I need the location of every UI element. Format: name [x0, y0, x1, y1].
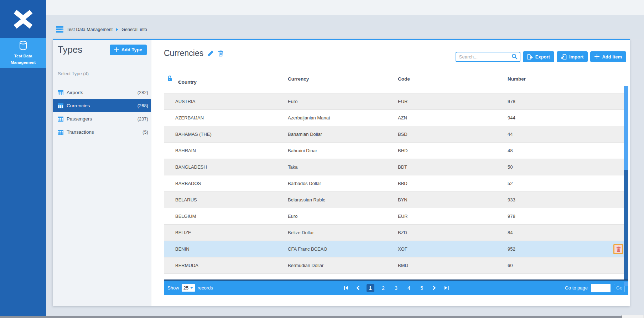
type-item-airports[interactable]: Airports (282) [53, 86, 151, 99]
cell-currency: Taka [288, 159, 297, 175]
cell-currency: Euro [288, 208, 297, 225]
table-row[interactable]: BAHRAIN Bahraini Dinar BHD 48 [164, 143, 624, 159]
pencil-icon [207, 50, 214, 57]
import-button[interactable]: Import [557, 51, 588, 62]
type-item-passengers[interactable]: Passengers (237) [53, 112, 151, 125]
table-footer: Show 25 records 12345 [164, 279, 628, 295]
cell-number: 978 [508, 208, 515, 225]
table-grid-icon [58, 103, 63, 108]
cell-currency: Euro [288, 93, 297, 110]
table-scrollbar-track[interactable] [624, 86, 628, 281]
server-icon [56, 26, 63, 33]
cell-number: 84 [508, 225, 513, 241]
cell-country: BELIZE [175, 225, 191, 241]
app-sidebar: Test Data Management [0, 0, 46, 318]
cell-number: 48 [508, 143, 513, 159]
type-item-label: Transactions [67, 129, 94, 135]
content-card: Types Add Type Select Type (4) Airports … [53, 39, 630, 306]
records-label: records [198, 285, 213, 291]
cell-country: AUSTRIA [175, 93, 195, 110]
cell-currency: Belarussian Ruble [288, 192, 326, 208]
type-item-transactions[interactable]: Transactions (5) [53, 125, 151, 139]
last-page-icon [444, 286, 449, 290]
cell-code: BDT [398, 159, 407, 175]
column-header-number[interactable]: Number [508, 76, 526, 82]
table-scrollbar-thumb[interactable] [624, 170, 628, 281]
cell-number: 933 [508, 192, 515, 208]
page-button-4[interactable]: 4 [405, 284, 413, 292]
import-label: Import [569, 54, 583, 60]
edit-type-button[interactable] [207, 50, 214, 57]
cell-currency: Barbados Dollar [288, 175, 321, 192]
page-button-5[interactable]: 5 [418, 284, 426, 292]
cell-code: AZN [398, 110, 407, 126]
row-delete-button[interactable] [613, 244, 623, 254]
show-label: Show [167, 285, 179, 291]
table-row[interactable]: BELARUS Belarussian Ruble BYN 933 [164, 192, 624, 208]
breadcrumb-band: Test Data Management General_info [46, 15, 644, 39]
delete-type-button[interactable] [218, 50, 223, 57]
table-row[interactable]: BERMUDA Bermudian Dollar BMD 60 [164, 257, 624, 274]
export-label: Export [535, 54, 550, 60]
add-item-button[interactable]: Add Item [590, 51, 626, 62]
column-header-currency[interactable]: Currency [288, 76, 309, 82]
type-item-count: (5) [142, 129, 148, 135]
cell-code: BZD [398, 225, 407, 241]
cell-currency: CFA Franc BCEAO [288, 241, 327, 257]
cell-country: AZERBAIJAN [175, 110, 204, 126]
table-row[interactable]: BARBADOS Barbados Dollar BBD 52 [164, 175, 624, 192]
cell-code: BMD [398, 257, 408, 274]
app-logo[interactable] [0, 0, 46, 38]
cell-country: BERMUDA [175, 257, 198, 274]
breadcrumb-root[interactable]: Test Data Management [67, 27, 113, 32]
breadcrumb-current[interactable]: General_info [121, 27, 147, 32]
plus-icon [114, 47, 119, 52]
page-button-1[interactable]: 1 [367, 284, 374, 292]
table-row[interactable]: AUSTRIA Euro EUR 978 [164, 93, 624, 110]
types-panel-title: Types [58, 44, 82, 55]
first-page-button[interactable] [342, 284, 349, 292]
page-title: Currencies [164, 48, 203, 58]
table-row[interactable]: BANGLADESH Taka BDT 50 [164, 159, 624, 175]
cell-number: 44 [508, 126, 513, 143]
table-row[interactable]: BELIZE Belize Dollar BZD 84 [164, 225, 624, 241]
cell-code: EUR [398, 93, 407, 110]
next-page-button[interactable] [431, 284, 438, 292]
page-button-3[interactable]: 3 [392, 284, 400, 292]
goto-page-input[interactable] [591, 284, 611, 292]
type-item-label: Airports [67, 90, 83, 95]
search-icon[interactable] [511, 53, 518, 60]
page-size-select[interactable]: 25 [182, 284, 195, 292]
trash-icon [218, 50, 223, 57]
table-grid-icon [58, 117, 63, 122]
partial-row-top [164, 86, 624, 93]
table-row[interactable]: BAHAMAS (THE) Bahamian Dollar BSD 44 [164, 126, 624, 143]
table-row[interactable]: BENIN CFA Franc BCEAO XOF 952 [164, 241, 624, 257]
cell-number: 52 [508, 175, 513, 192]
sidebar-item-test-data-management[interactable]: Test Data Management [0, 38, 46, 68]
add-type-button[interactable]: Add Type [110, 45, 147, 55]
cell-code: XOF [398, 241, 407, 257]
last-page-button[interactable] [443, 284, 450, 292]
table-grid-icon [58, 130, 63, 135]
page-button-2[interactable]: 2 [379, 284, 387, 292]
cell-number: 978 [508, 93, 515, 110]
table-row[interactable]: AZERBAIJAN Azerbaijanian Manat AZN 944 [164, 110, 624, 126]
lock-icon [167, 75, 172, 82]
search-input[interactable] [456, 52, 520, 62]
go-button[interactable]: Go [614, 284, 625, 292]
prev-page-button[interactable] [354, 284, 362, 292]
export-button[interactable]: Export [523, 51, 554, 62]
database-icon [19, 41, 27, 51]
type-item-currencies[interactable]: Currencies (268) [53, 99, 151, 112]
type-item-count: (282) [137, 90, 148, 95]
column-header-code[interactable]: Code [398, 76, 410, 82]
sort-asc-indicator: ↑ [178, 80, 181, 85]
cell-number: 944 [508, 110, 515, 126]
cell-country: BAHAMAS (THE) [175, 126, 212, 143]
page-numbers: 12345 [367, 284, 426, 292]
table-body: AUSTRIA Euro EUR 978 AZERBAIJAN Azerbaij… [164, 86, 624, 274]
import-icon [561, 54, 567, 60]
table-row[interactable]: BELGIUM Euro EUR 978 [164, 208, 624, 225]
cell-code: BYN [398, 192, 407, 208]
